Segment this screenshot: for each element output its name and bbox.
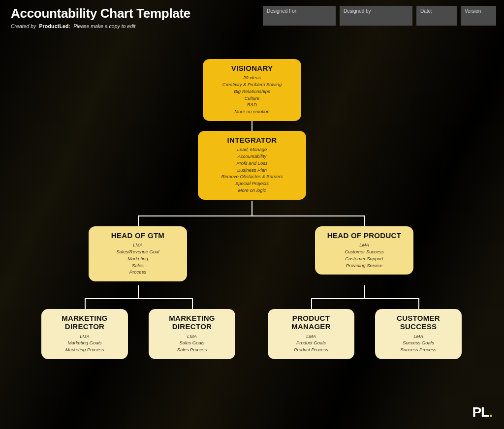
node-items: LMASales/Revenue GoalMarketingSalesProce… (93, 242, 183, 276)
created-by-prefix: Created by (11, 23, 36, 29)
connector (364, 285, 365, 298)
designed-for-box[interactable]: Designed For: (263, 6, 336, 26)
node-product-manager: PRODUCT MANAGER LMAProduct GoalsProduct … (268, 309, 354, 359)
title-block: Accountability Chart Template Created by… (11, 6, 190, 29)
node-items: LMASales GoalsSales Process (153, 333, 231, 353)
node-head-gtm: HEAD OF GTM LMASales/Revenue GoalMarketi… (89, 226, 187, 281)
node-title: CUSTOMER SUCCESS (379, 314, 458, 331)
node-items: 20 ideasCreativity & Problem SolvingBig … (207, 74, 297, 115)
node-marketing-director-1: MARKETING DIRECTOR LMAMarketing GoalsMar… (41, 309, 128, 359)
connector (311, 298, 312, 309)
node-title: HEAD OF PRODUCT (319, 231, 410, 240)
connector (192, 298, 193, 309)
node-title: INTEGRATOR (202, 136, 302, 144)
connector (364, 215, 365, 226)
node-integrator: INTEGRATOR Lead, ManageAccountabilityPro… (198, 131, 306, 200)
designed-by-box[interactable]: Designed by (340, 6, 412, 26)
header: Accountability Chart Template Created by… (11, 6, 496, 29)
date-label: Date: (420, 8, 432, 14)
designed-for-label: Designed For: (267, 8, 298, 14)
connector (311, 298, 418, 299)
connector (252, 201, 252, 215)
node-items: LMAProduct GoalsProduct Process (272, 333, 350, 353)
connector (85, 298, 192, 299)
copy-note: Please make a copy to edit (73, 23, 135, 29)
page-title: Accountability Chart Template (11, 6, 190, 21)
brand-logo: PL. (472, 404, 492, 420)
node-title: PRODUCT MANAGER (272, 314, 350, 331)
org-chart: VISIONARY 20 ideasCreativity & Problem S… (0, 59, 504, 429)
node-marketing-director-2: MARKETING DIRECTOR LMASales GoalsSales P… (149, 309, 235, 359)
node-customer-success: CUSTOMER SUCCESS LMASuccess GoalsSuccess… (375, 309, 462, 359)
node-title: MARKETING DIRECTOR (45, 314, 124, 331)
connector (138, 215, 364, 216)
node-items: Lead, ManageAccountabilityProfit and Los… (202, 146, 302, 193)
brand-dot-icon: : (69, 23, 71, 29)
node-head-product: HEAD OF PRODUCT LMACustomer SuccessCusto… (315, 226, 413, 275)
connector (85, 298, 86, 309)
meta-boxes: Designed For: Designed by Date: Version (263, 6, 496, 26)
connector (138, 215, 139, 226)
node-title: MARKETING DIRECTOR (153, 314, 231, 331)
version-box[interactable]: Version (461, 6, 496, 26)
connector (418, 298, 419, 309)
node-visionary: VISIONARY 20 ideasCreativity & Problem S… (203, 59, 301, 121)
connector (138, 285, 139, 298)
date-box[interactable]: Date: (416, 6, 457, 26)
designed-by-label: Designed by (344, 8, 371, 14)
version-label: Version (465, 8, 481, 14)
node-title: VISIONARY (207, 64, 297, 72)
node-items: LMACustomer SuccessCustomer SupportProvi… (319, 242, 410, 269)
node-items: LMAMarketing GoalsMarketing Process (45, 333, 124, 353)
brand-logo-dot-icon: . (489, 404, 492, 420)
page-subtitle: Created by ProductLed: Please make a cop… (11, 23, 190, 29)
node-title: HEAD OF GTM (93, 231, 183, 240)
brand-name: ProductLed (39, 23, 68, 29)
node-items: LMASuccess GoalsSuccess Process (379, 333, 458, 353)
